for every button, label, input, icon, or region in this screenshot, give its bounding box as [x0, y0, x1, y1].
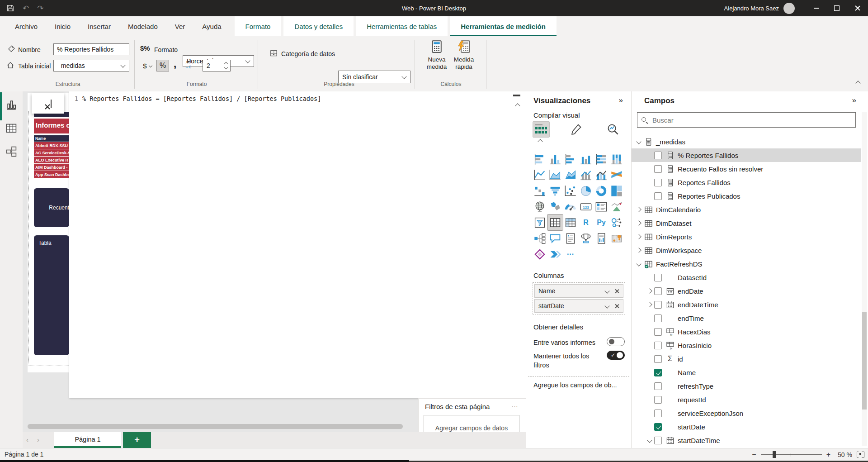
- visual-area-chart[interactable]: [547, 167, 563, 183]
- field-row-serviceexceptionjson[interactable]: serviceExceptionJson: [632, 406, 861, 420]
- decimals-stepper[interactable]: 2: [203, 60, 231, 71]
- expander-icon[interactable]: [646, 382, 654, 390]
- visual-line-chart[interactable]: [532, 167, 547, 183]
- visual-slicer[interactable]: [532, 214, 547, 230]
- field-row-enddatetime[interactable]: endDateTime: [632, 298, 861, 311]
- field-row-factrefreshds[interactable]: FactRefreshDS: [632, 257, 861, 271]
- visual-line-and-clustered-column-chart[interactable]: [594, 167, 609, 183]
- editor-resize-handle[interactable]: [513, 95, 520, 96]
- visual-table[interactable]: [547, 214, 563, 230]
- expander-icon[interactable]: [635, 260, 643, 268]
- visual-filled-map[interactable]: [547, 199, 563, 214]
- field-checkbox[interactable]: [654, 179, 662, 186]
- expander-icon[interactable]: [646, 355, 654, 363]
- expander-icon[interactable]: [646, 328, 654, 336]
- zoom-slider-thumb[interactable]: [773, 451, 776, 458]
- expander-icon[interactable]: [646, 341, 654, 349]
- visual-matrix[interactable]: [563, 214, 578, 230]
- tab-build-visual[interactable]: [533, 121, 550, 138]
- field-row-datasetid[interactable]: DatasetId: [632, 271, 861, 284]
- visual-smart-narrative[interactable]: [563, 230, 578, 246]
- add-filter-fields-dropzone[interactable]: Agregar campos de datos: [424, 415, 519, 432]
- visual-waterfall-chart[interactable]: [532, 183, 547, 199]
- commit-formula-button[interactable]: [51, 100, 52, 108]
- field-row-dimdataset[interactable]: DimDataset: [632, 216, 861, 230]
- report-view-button[interactable]: [5, 99, 17, 110]
- field-checkbox[interactable]: [654, 437, 662, 444]
- cross-report-toggle[interactable]: [607, 337, 625, 346]
- field-row-startdatetime[interactable]: startDateTime: [632, 433, 861, 447]
- visual-clustered-bar-chart[interactable]: [563, 151, 578, 167]
- model-view-button[interactable]: [5, 146, 17, 157]
- column-pill[interactable]: startDate: [534, 299, 623, 313]
- expander-icon[interactable]: [646, 314, 654, 322]
- ribbon-tab[interactable]: Ayuda: [193, 16, 230, 36]
- drillthrough-add-fields[interactable]: Agregue los campos de ob...: [533, 381, 617, 389]
- informes-title-visual[interactable]: Informes co: [34, 119, 69, 133]
- redo-icon[interactable]: ↷: [37, 5, 43, 12]
- canvas-horizontal-scrollbar[interactable]: [28, 424, 407, 430]
- reports-table-visual[interactable]: Name Abbott RDX-SSUAC ServiceDesk-SAEO E…: [34, 135, 69, 178]
- spinner-down-icon[interactable]: [224, 66, 228, 69]
- zoom-slider[interactable]: [761, 451, 822, 458]
- visual-ribbon-chart[interactable]: [609, 167, 624, 183]
- field-row-dimworkspace[interactable]: DimWorkspace: [632, 243, 861, 257]
- field-row-endtime[interactable]: endTime: [632, 311, 861, 325]
- visual-r-script[interactable]: R: [578, 214, 594, 230]
- quick-measure-button[interactable]: Medida rápida: [451, 40, 476, 71]
- visual-power-automate[interactable]: [547, 246, 563, 262]
- field-search[interactable]: [637, 112, 856, 128]
- visual-clustered-column-chart[interactable]: [578, 151, 594, 167]
- visual-metrics[interactable]: [578, 230, 594, 246]
- tab-analytics[interactable]: [607, 123, 619, 136]
- keep-filters-toggle[interactable]: [607, 351, 625, 360]
- decimal-places-button[interactable]: .00 →0: [181, 60, 195, 71]
- ribbon-tab[interactable]: Inicio: [46, 16, 79, 36]
- field-row-enddate[interactable]: endDate: [632, 284, 861, 298]
- dax-formula-editor[interactable]: 1 % Reportes Fallidos = [Reportes Fallid…: [69, 91, 526, 398]
- zoom-in-icon[interactable]: +: [826, 451, 830, 459]
- field-checkbox[interactable]: [654, 410, 662, 417]
- visual-scatter-chart[interactable]: [563, 183, 578, 199]
- chevron-down-icon[interactable]: [604, 288, 609, 293]
- visual-q-and-a[interactable]: [547, 230, 563, 246]
- collapse-panel-icon[interactable]: »: [852, 96, 856, 105]
- field-checkbox[interactable]: [654, 314, 662, 322]
- expander-icon[interactable]: [635, 205, 643, 214]
- visual-map[interactable]: [532, 199, 547, 214]
- field-checkbox[interactable]: [654, 355, 662, 363]
- expander-icon[interactable]: [635, 233, 643, 241]
- visual-decomposition-tree[interactable]: [532, 230, 547, 246]
- remove-field-icon[interactable]: [614, 289, 619, 294]
- expander-icon[interactable]: [646, 409, 654, 417]
- tabla-visual[interactable]: Tabla: [34, 235, 69, 355]
- expander-icon[interactable]: [646, 423, 654, 431]
- visual-stacked-column-chart[interactable]: [547, 151, 563, 167]
- percent-format-button[interactable]: %: [156, 60, 169, 71]
- ribbon-tab[interactable]: Insertar: [79, 16, 119, 36]
- visual-multi-row-card[interactable]: [594, 199, 609, 214]
- tab-format-visual[interactable]: [570, 123, 582, 136]
- field-checkbox[interactable]: [654, 274, 662, 281]
- visual-treemap[interactable]: [609, 183, 624, 199]
- recuento-card-visual[interactable]: Recuent: [34, 188, 69, 227]
- visual-arcgis-map[interactable]: [609, 230, 624, 246]
- ribbon-tab[interactable]: Herramientas de medición: [450, 16, 557, 36]
- maximize-button[interactable]: [826, 0, 847, 16]
- measure-name-input[interactable]: [53, 43, 129, 55]
- field-checkbox[interactable]: [654, 382, 662, 390]
- dax-formula[interactable]: % Reportes Fallidos = [Reportes Fallidos…: [82, 95, 321, 102]
- expander-icon[interactable]: [646, 300, 654, 309]
- new-measure-button[interactable]: Nueva medida: [424, 40, 449, 71]
- close-button[interactable]: [847, 0, 868, 16]
- fields-scrollbar[interactable]: [862, 112, 867, 446]
- field-row-reportes-fallidos[interactable]: Reportes Fallidos: [632, 176, 861, 189]
- field-checkbox[interactable]: [654, 423, 662, 431]
- ribbon-tab[interactable]: Ver: [166, 16, 194, 36]
- field-row-startdate[interactable]: startDate: [632, 420, 861, 433]
- field-row-medidas[interactable]: _medidas: [632, 135, 861, 148]
- field-checkbox[interactable]: [654, 165, 662, 173]
- chevron-down-icon[interactable]: [604, 303, 609, 308]
- zoom-out-icon[interactable]: −: [752, 451, 756, 459]
- field-row-pct-reportes-fallidos[interactable]: % Reportes Fallidos: [632, 148, 861, 162]
